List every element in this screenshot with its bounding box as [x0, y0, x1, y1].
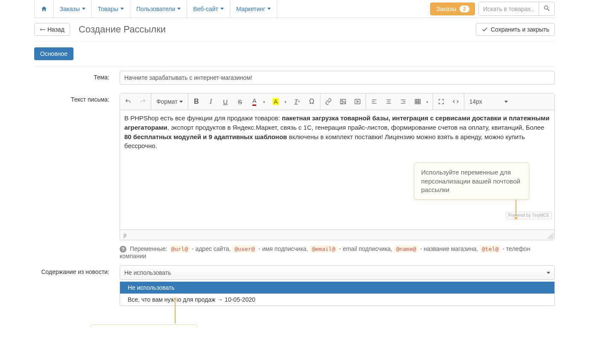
align-center-button[interactable]: [381, 94, 396, 109]
bg-color-icon: A: [273, 98, 279, 105]
editor-statusbar: p: [120, 230, 554, 240]
bg-color-button[interactable]: A: [269, 94, 283, 109]
link-icon: [325, 98, 332, 105]
orders-badge: 2: [460, 6, 469, 12]
clear-format-icon: T: [294, 98, 298, 105]
link-button[interactable]: [321, 94, 336, 109]
media-button[interactable]: [350, 94, 365, 109]
editor-path: p: [123, 232, 126, 238]
text-color-dropdown[interactable]: [262, 94, 269, 109]
undo-button[interactable]: [121, 94, 135, 109]
search-input[interactable]: [479, 2, 539, 15]
subject-label: Тема:: [34, 71, 120, 84]
editor-toolbar: Формат B I U S A A: [120, 93, 554, 110]
tooltip-news: Можно создать свою рассылку или вствить …: [91, 324, 197, 327]
table-dropdown[interactable]: [425, 94, 432, 109]
undo-icon: [125, 98, 132, 105]
home-icon-link[interactable]: [34, 0, 54, 17]
orders-button-label: Заказы: [437, 6, 457, 12]
svg-marker-5: [357, 101, 358, 102]
align-center-icon: [385, 98, 392, 105]
svg-rect-15: [415, 99, 420, 104]
page-title: Создание Рассылки: [79, 24, 476, 35]
top-navbar: Заказы Товары Пользователи Веб-сайт Марк…: [34, 0, 555, 18]
check-icon: [481, 26, 488, 33]
align-right-button[interactable]: [396, 94, 410, 109]
fullscreen-button[interactable]: [434, 94, 448, 109]
code-button[interactable]: [448, 94, 463, 109]
fullscreen-icon: [438, 98, 445, 105]
nav-users[interactable]: Пользователи: [130, 0, 187, 17]
clear-format-button[interactable]: T×: [290, 94, 305, 109]
news-option-1[interactable]: Все, что вам нужно для продаж → 10-05-20…: [120, 294, 554, 306]
powered-by-label: Powered by TinyMCE: [506, 212, 552, 220]
svg-rect-4: [355, 99, 360, 104]
strike-icon: S: [238, 98, 242, 105]
text-color-icon: A: [252, 97, 256, 106]
format-dropdown[interactable]: Формат: [152, 94, 187, 109]
home-icon: [41, 6, 47, 12]
redo-button[interactable]: [135, 94, 150, 109]
variables-help: ? Переменные: @url@ - адрес сайта, @user…: [120, 245, 555, 259]
image-button[interactable]: [336, 94, 350, 109]
text-color-button[interactable]: A: [247, 94, 262, 109]
search-icon: [543, 5, 550, 12]
table-button[interactable]: [410, 94, 425, 109]
italic-icon: I: [210, 98, 212, 105]
tabs-row: Основное: [34, 41, 555, 67]
omega-icon: Ω: [309, 98, 314, 105]
media-icon: [354, 98, 361, 105]
tooltip-vars: Используйте переменные для персонализаци…: [414, 163, 529, 200]
svg-point-3: [341, 100, 343, 102]
bg-color-dropdown[interactable]: [283, 94, 290, 109]
back-button[interactable]: 🡐 Назад: [34, 23, 70, 36]
nav-products[interactable]: Товары: [92, 0, 130, 17]
nav-marketing[interactable]: Маркетинг: [230, 0, 277, 17]
svg-rect-2: [340, 99, 346, 104]
orders-button[interactable]: Заказы 2: [430, 3, 475, 15]
table-icon: [414, 98, 421, 105]
news-select-dropdown: Не использовать Все, что вам нужно для п…: [120, 282, 555, 306]
nav-website[interactable]: Веб-сайт: [187, 0, 230, 17]
arrow-left-icon: 🡐: [40, 26, 47, 33]
question-icon: ?: [120, 246, 126, 253]
italic-button[interactable]: I: [204, 94, 218, 109]
align-left-icon: [371, 98, 378, 105]
nav-orders[interactable]: Заказы: [54, 0, 92, 17]
svg-point-0: [545, 6, 548, 9]
fontsize-dropdown[interactable]: 14px: [465, 94, 512, 109]
special-char-button[interactable]: Ω: [305, 94, 319, 109]
tab-main[interactable]: Основное: [34, 47, 73, 60]
subject-input[interactable]: [120, 71, 555, 84]
bold-icon: B: [194, 98, 199, 105]
redo-icon: [139, 98, 146, 105]
save-and-close-button[interactable]: Сохранить и закрыть: [476, 23, 555, 36]
news-select[interactable]: Не использовать: [120, 265, 555, 280]
body-label: Текст письма:: [34, 93, 120, 259]
strike-button[interactable]: S: [233, 94, 247, 109]
search-button[interactable]: [539, 2, 554, 15]
news-option-none[interactable]: Не использовать: [120, 282, 554, 294]
align-right-icon: [400, 98, 407, 105]
svg-line-1: [548, 9, 549, 11]
align-left-button[interactable]: [367, 94, 381, 109]
chevron-down-icon: [547, 272, 550, 274]
news-label: Содержание из новости:: [34, 265, 120, 306]
code-icon: [452, 98, 459, 105]
underline-icon: U: [223, 98, 228, 105]
image-icon: [340, 98, 346, 105]
title-bar: 🡐 Назад Создание Рассылки Сохранить и за…: [34, 18, 555, 41]
underline-button[interactable]: U: [218, 94, 233, 109]
bold-button[interactable]: B: [189, 94, 204, 109]
resize-handle[interactable]: [548, 233, 554, 239]
